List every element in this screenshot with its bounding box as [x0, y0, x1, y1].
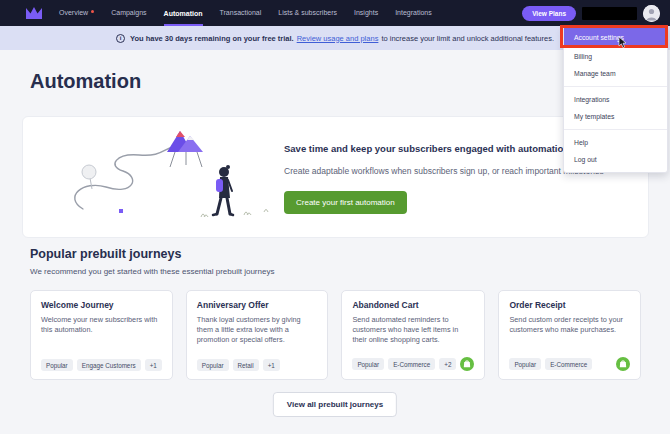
view-plans-button[interactable]: View Plans	[522, 6, 576, 21]
banner-bold-text: You have 30 days remaining on your free …	[130, 34, 294, 43]
view-all-journeys-button[interactable]: View all prebuilt journeys	[273, 392, 397, 417]
nav-item-campaigns[interactable]: Campaigns	[111, 0, 146, 26]
tag-more: +1	[145, 359, 162, 371]
card-title: Order Receipt	[509, 300, 630, 310]
tag-more: +2	[439, 358, 456, 370]
tag-more: +1	[263, 359, 280, 371]
journeys-heading: Popular prebuilt journeys	[30, 247, 181, 261]
menu-item-integrations[interactable]: Integrations	[564, 91, 667, 108]
avatar[interactable]	[643, 5, 660, 22]
tag: Retail	[233, 359, 259, 371]
menu-item-help[interactable]: Help	[564, 134, 667, 151]
shopify-icon	[616, 357, 630, 371]
journeys-subheading: We recommend you get started with these …	[30, 267, 274, 276]
nav-item-integrations[interactable]: Integrations	[395, 0, 432, 26]
tag: Popular	[509, 358, 541, 370]
account-name-redacted	[582, 7, 637, 20]
shopify-icon	[460, 357, 474, 371]
menu-item-manage-team[interactable]: Manage team	[564, 65, 667, 82]
menu-item-log-out[interactable]: Log out	[564, 151, 667, 168]
review-usage-link[interactable]: Review usage and plans	[297, 34, 379, 43]
journey-illustration	[61, 125, 276, 230]
journey-cards: Welcome Journey Welcome your new subscri…	[30, 290, 641, 380]
notification-dot-icon	[91, 10, 94, 13]
menu-item-my-templates[interactable]: My templates	[564, 108, 667, 125]
banner-rest-text: to increase your limit and unlock additi…	[381, 34, 554, 43]
account-dropdown-menu: Account settings Billing Manage team Int…	[563, 26, 668, 173]
hero-card: Save time and keep your subscribers enga…	[22, 116, 649, 238]
tag: Popular	[41, 359, 73, 371]
menu-item-account-settings[interactable]: Account settings	[564, 27, 667, 48]
nav-item-lists-subscribers[interactable]: Lists & subscribers	[278, 0, 337, 26]
nav-item-overview[interactable]: Overview	[59, 0, 94, 26]
info-icon: i	[116, 34, 125, 43]
page-title: Automation	[30, 70, 141, 93]
app-logo-icon[interactable]	[26, 6, 42, 20]
tag: E-Commerce	[388, 358, 435, 370]
menu-item-billing[interactable]: Billing	[564, 48, 667, 65]
journey-card-anniversary[interactable]: Anniversary Offer Thank loyal customers …	[186, 290, 329, 380]
card-description: Send custom order receipts to your custo…	[509, 315, 630, 335]
nav-menu: Overview Campaigns Automation Transactio…	[59, 0, 432, 26]
menu-divider	[564, 86, 667, 87]
create-automation-button[interactable]: Create your first automation	[284, 191, 407, 214]
journey-card-welcome[interactable]: Welcome Journey Welcome your new subscri…	[30, 290, 173, 380]
nav-item-insights[interactable]: Insights	[354, 0, 378, 26]
card-description: Send automated reminders to customers wh…	[352, 315, 474, 346]
nav-item-automation[interactable]: Automation	[164, 0, 203, 26]
tag: Engage Customers	[77, 359, 141, 371]
tag: Popular	[352, 358, 384, 370]
card-description: Thank loyal customers by giving them a l…	[197, 315, 318, 346]
top-navigation: Overview Campaigns Automation Transactio…	[0, 0, 670, 26]
journey-card-abandoned-cart[interactable]: Abandoned Cart Send automated reminders …	[341, 290, 485, 380]
card-description: Welcome your new subscribers with this a…	[41, 315, 162, 335]
tag: E-Commerce	[545, 358, 592, 370]
user-icon	[643, 5, 660, 22]
tag: Popular	[197, 359, 229, 371]
card-title: Anniversary Offer	[197, 300, 318, 310]
nav-item-transactional[interactable]: Transactional	[220, 0, 262, 26]
card-title: Abandoned Cart	[352, 300, 474, 310]
journey-card-order-receipt[interactable]: Order Receipt Send custom order receipts…	[498, 290, 641, 380]
card-title: Welcome Journey	[41, 300, 162, 310]
menu-divider	[564, 129, 667, 130]
